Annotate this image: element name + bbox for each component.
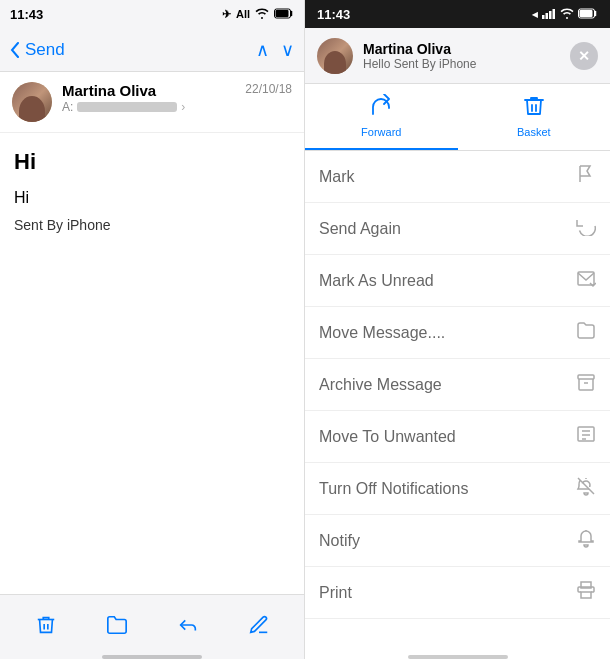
basket-icon bbox=[522, 94, 546, 122]
bottom-toolbar bbox=[0, 594, 304, 654]
email-signature: Sent By iPhone bbox=[14, 217, 290, 233]
menu-label-mark: Mark bbox=[319, 168, 355, 186]
menu-label-send-again: Send Again bbox=[319, 220, 401, 238]
svg-rect-5 bbox=[553, 9, 556, 19]
tab-forward[interactable]: Forward bbox=[305, 84, 458, 150]
print-icon bbox=[576, 580, 596, 605]
resend-icon bbox=[576, 216, 596, 241]
menu-list: Mark Send Again Mark As Unread bbox=[305, 151, 610, 654]
email-meta: Martina Oliva A: › bbox=[62, 82, 235, 114]
home-indicator-right bbox=[305, 654, 610, 659]
unwanted-icon bbox=[576, 424, 596, 449]
svg-rect-9 bbox=[578, 375, 594, 379]
battery-icon-left bbox=[274, 8, 294, 21]
email-body: Hi Hi Sent By iPhone bbox=[0, 133, 304, 594]
time-right: 11:43 bbox=[317, 7, 350, 22]
time-left: 11:43 bbox=[10, 7, 43, 22]
trash-button[interactable] bbox=[24, 603, 68, 647]
folder-move-icon bbox=[576, 320, 596, 345]
menu-label-print: Print bbox=[319, 584, 352, 602]
menu-item-print[interactable]: Print bbox=[305, 567, 610, 619]
email-header: Martina Oliva A: › 22/10/18 bbox=[0, 72, 304, 133]
status-bar-left: 11:43 ✈ All bbox=[0, 0, 304, 28]
nav-bar-left: Send ∧ ∨ bbox=[0, 28, 304, 72]
email-date: 22/10/18 bbox=[245, 82, 292, 96]
sender-name: Martina Oliva bbox=[62, 82, 235, 99]
wifi-icon-right bbox=[560, 8, 574, 21]
down-arrow[interactable]: ∨ bbox=[281, 39, 294, 61]
svg-rect-8 bbox=[578, 272, 594, 285]
compose-button[interactable] bbox=[237, 603, 281, 647]
to-label: A: bbox=[62, 100, 73, 114]
svg-rect-1 bbox=[276, 10, 289, 17]
menu-label-move-message: Move Message.... bbox=[319, 324, 445, 342]
popup-avatar bbox=[317, 38, 353, 74]
menu-item-mark-unread[interactable]: Mark As Unread bbox=[305, 255, 610, 307]
email-body-text: Hi bbox=[14, 189, 290, 207]
battery-icon-right bbox=[578, 8, 598, 21]
menu-item-notifications[interactable]: Turn Off Notifications bbox=[305, 463, 610, 515]
nav-arrows: ∧ ∨ bbox=[256, 39, 294, 61]
tab-forward-label: Forward bbox=[361, 126, 401, 138]
right-panel: 11:43 ◂ bbox=[305, 0, 610, 659]
popup-sender-name: Martina Oliva bbox=[363, 41, 560, 57]
bell-icon bbox=[576, 528, 596, 553]
archive-icon bbox=[576, 372, 596, 397]
tab-basket-label: Basket bbox=[517, 126, 551, 138]
recipient-blurred bbox=[77, 102, 177, 112]
airplane-icon: ✈ bbox=[222, 8, 231, 21]
status-icons-right: ◂ bbox=[532, 8, 598, 21]
location-icon: ◂ bbox=[532, 8, 538, 21]
folder-button[interactable] bbox=[95, 603, 139, 647]
menu-label-move-unwanted: Move To Unwanted bbox=[319, 428, 456, 446]
back-label: Send bbox=[25, 40, 65, 60]
back-button[interactable]: Send bbox=[10, 40, 65, 60]
bell-off-icon bbox=[576, 476, 596, 501]
wifi-icon-left bbox=[255, 8, 269, 21]
svg-rect-7 bbox=[580, 10, 593, 17]
menu-item-notify[interactable]: Notify bbox=[305, 515, 610, 567]
popup-header: Martina Oliva Hello Sent By iPhone ✕ bbox=[305, 28, 610, 84]
sender-avatar bbox=[12, 82, 52, 122]
signal-text: All bbox=[236, 8, 250, 20]
menu-label-archive: Archive Message bbox=[319, 376, 442, 394]
left-panel: 11:43 ✈ All Send bbox=[0, 0, 305, 659]
menu-label-notify: Notify bbox=[319, 532, 360, 550]
svg-rect-4 bbox=[549, 11, 552, 19]
popup-subject: Hello Sent By iPhone bbox=[363, 57, 560, 71]
menu-label-notifications: Turn Off Notifications bbox=[319, 480, 468, 498]
tab-basket[interactable]: Basket bbox=[458, 84, 611, 150]
action-tabs: Forward Basket bbox=[305, 84, 610, 151]
chevron-right-icon: › bbox=[181, 100, 185, 114]
menu-item-move-message[interactable]: Move Message.... bbox=[305, 307, 610, 359]
svg-rect-2 bbox=[542, 15, 545, 19]
menu-item-move-unwanted[interactable]: Move To Unwanted bbox=[305, 411, 610, 463]
svg-rect-15 bbox=[581, 592, 591, 598]
popup-header-info: Martina Oliva Hello Sent By iPhone bbox=[363, 41, 560, 71]
popup-close-button[interactable]: ✕ bbox=[570, 42, 598, 70]
forward-icon bbox=[369, 94, 393, 122]
menu-item-send-again[interactable]: Send Again bbox=[305, 203, 610, 255]
flag-icon bbox=[576, 164, 596, 189]
status-bar-right: 11:43 ◂ bbox=[305, 0, 610, 28]
home-indicator-left bbox=[0, 654, 304, 659]
recipient-line: A: › bbox=[62, 100, 235, 114]
up-arrow[interactable]: ∧ bbox=[256, 39, 269, 61]
menu-item-mark[interactable]: Mark bbox=[305, 151, 610, 203]
avatar-image bbox=[12, 82, 52, 122]
status-icons-left: ✈ All bbox=[222, 8, 294, 21]
close-icon: ✕ bbox=[578, 48, 590, 64]
signal-bars-icon bbox=[542, 8, 556, 21]
envelope-arrow-icon bbox=[576, 268, 596, 293]
svg-rect-3 bbox=[546, 13, 549, 19]
reply-button[interactable] bbox=[166, 603, 210, 647]
email-subject: Hi bbox=[14, 149, 290, 175]
menu-label-mark-unread: Mark As Unread bbox=[319, 272, 434, 290]
menu-item-archive[interactable]: Archive Message bbox=[305, 359, 610, 411]
